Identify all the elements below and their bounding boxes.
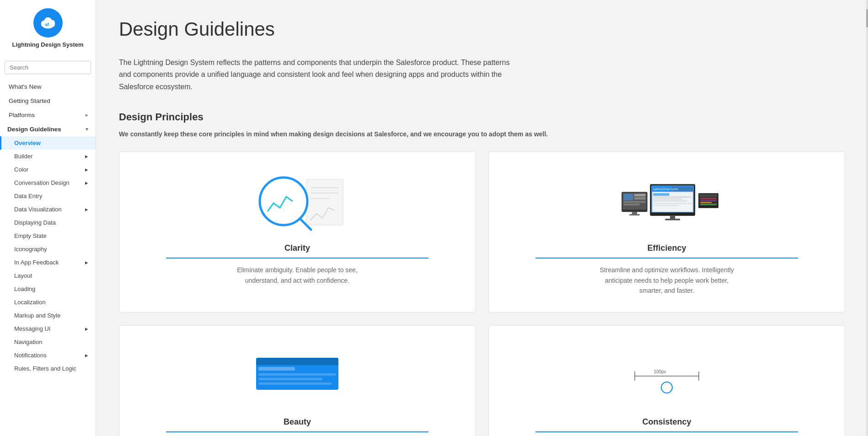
clarity-illustration: [242, 170, 352, 234]
beauty-card: Beauty: [119, 325, 476, 436]
svg-rect-39: [700, 202, 712, 203]
beauty-title: Beauty: [166, 417, 429, 432]
sidebar-item-whats-new[interactable]: What's New: [0, 80, 96, 94]
svg-rect-16: [623, 201, 645, 203]
svg-rect-28: [653, 199, 682, 200]
efficiency-desc: Streamline and optimize workflows. Intel…: [598, 265, 735, 296]
clarity-desc: Eliminate ambiguity. Enable people to se…: [229, 265, 366, 285]
sidebar-item-layout[interactable]: Layout: [0, 269, 96, 282]
clarity-title: Clarity: [166, 243, 429, 258]
main-content: Design Guidelines The Lightning Design S…: [96, 0, 868, 436]
svg-rect-18: [632, 212, 637, 215]
svg-rect-15: [634, 197, 646, 200]
design-principles-heading: Design Principles: [119, 111, 845, 123]
svg-rect-13: [623, 194, 633, 200]
efficiency-illustration: Lightning Design System: [612, 170, 722, 234]
chevron-right-icon: ▸: [85, 325, 88, 332]
sidebar-item-localization[interactable]: Localization: [0, 296, 96, 309]
svg-rect-36: [699, 194, 718, 197]
sidebar: sf Lightning Design System What's New Ge…: [0, 0, 96, 436]
beauty-illustration: [242, 344, 352, 408]
sidebar-item-markup-and-style[interactable]: Markup and Style: [0, 309, 96, 322]
sidebar-item-displaying-data[interactable]: Displaying Data: [0, 216, 96, 229]
sidebar-item-iconography[interactable]: Iconography: [0, 242, 96, 256]
svg-point-52: [661, 382, 672, 393]
sidebar-item-messaging-ui[interactable]: Messaging UI ▸: [0, 322, 96, 335]
principles-subtext: We constantly keep these core principles…: [119, 130, 845, 138]
search-input[interactable]: [5, 61, 91, 74]
svg-rect-27: [653, 196, 691, 198]
svg-rect-47: [258, 382, 332, 385]
sidebar-item-empty-state[interactable]: Empty State: [0, 229, 96, 242]
sidebar-item-builder[interactable]: Builder ▸: [0, 150, 96, 163]
app-title: Lightning Design System: [7, 41, 88, 53]
chevron-right-icon: ▸: [85, 153, 88, 160]
svg-rect-26: [653, 193, 669, 196]
sidebar-item-platforms[interactable]: Platforms ▸: [0, 108, 96, 122]
chevron-right-icon: ▸: [85, 259, 88, 266]
sidebar-item-color[interactable]: Color ▸: [0, 163, 96, 176]
svg-rect-44: [258, 367, 295, 371]
consistency-title: Consistency: [536, 417, 798, 432]
sidebar-item-overview[interactable]: Overview: [0, 136, 96, 150]
svg-rect-37: [700, 198, 716, 199]
chevron-right-icon: ▸: [85, 352, 88, 359]
efficiency-card: Lightning Design System: [488, 151, 845, 312]
sidebar-item-conversation-design[interactable]: Conversation Design ▸: [0, 176, 96, 189]
svg-rect-19: [629, 214, 640, 215]
salesforce-logo: sf: [33, 8, 63, 38]
svg-rect-38: [700, 200, 716, 201]
chevron-right-icon: ▸: [85, 206, 88, 213]
clarity-card: Clarity Eliminate ambiguity. Enable peop…: [119, 151, 476, 312]
sidebar-item-navigation[interactable]: Navigation: [0, 335, 96, 349]
svg-rect-32: [670, 216, 675, 219]
svg-text:100px: 100px: [654, 369, 666, 374]
efficiency-title: Efficiency: [536, 243, 798, 258]
chevron-right-icon: ▸: [85, 179, 88, 186]
svg-rect-45: [258, 373, 336, 376]
intro-text: The Lightning Design System reflects the…: [119, 57, 512, 93]
sidebar-item-loading[interactable]: Loading: [0, 282, 96, 296]
principles-cards-row-1: Clarity Eliminate ambiguity. Enable peop…: [119, 151, 845, 312]
svg-rect-29: [653, 200, 687, 202]
sidebar-item-data-entry[interactable]: Data Entry: [0, 189, 96, 203]
sidebar-item-in-app-feedback[interactable]: In App Feedback ▸: [0, 256, 96, 269]
page-title: Design Guidelines: [119, 18, 845, 40]
logo-area: sf Lightning Design System: [0, 0, 96, 57]
svg-rect-46: [258, 378, 322, 380]
svg-rect-30: [653, 203, 691, 205]
sidebar-item-data-visualization[interactable]: Data Visualization ▸: [0, 203, 96, 216]
sidebar-item-rules-filters-logic[interactable]: Rules, Filters and Logic: [0, 362, 96, 375]
svg-rect-14: [634, 194, 646, 197]
svg-rect-31: [653, 205, 679, 206]
svg-text:Lightning Design System: Lightning Design System: [653, 188, 678, 190]
sidebar-section-design-guidelines[interactable]: Design Guidelines ▾: [0, 122, 96, 136]
svg-rect-40: [700, 204, 716, 205]
chevron-down-icon: ▾: [86, 126, 88, 132]
principles-cards-row-2: Beauty 100px Consistency: [119, 325, 845, 436]
svg-rect-33: [665, 219, 680, 221]
svg-text:sf: sf: [45, 22, 49, 27]
consistency-card: 100px Consistency: [488, 325, 845, 436]
sidebar-item-getting-started[interactable]: Getting Started: [0, 94, 96, 108]
sidebar-item-notifications[interactable]: Notifications ▸: [0, 349, 96, 362]
chevron-right-icon: ▸: [86, 112, 88, 118]
chevron-right-icon: ▸: [85, 166, 88, 173]
svg-rect-43: [256, 363, 338, 365]
svg-rect-17: [623, 204, 639, 205]
consistency-illustration: 100px: [612, 344, 722, 408]
